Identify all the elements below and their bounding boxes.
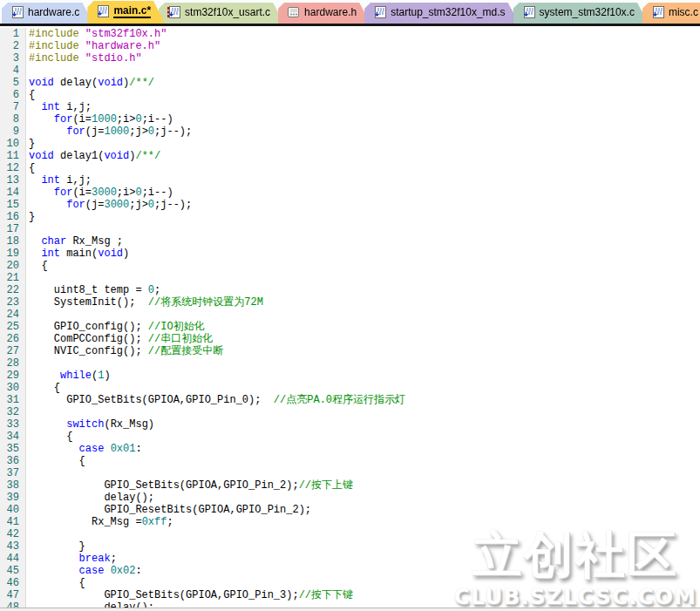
file-icon: [96, 5, 109, 17]
code-line[interactable]: 18 char Rx_Msg ;: [0, 235, 700, 248]
code-line[interactable]: 9 for(j=1000;j>0;j--);: [0, 126, 700, 138]
code-line[interactable]: 11void delay1(void)/**/: [0, 150, 700, 162]
code-line[interactable]: 2#include "hardware.h": [0, 40, 700, 52]
code-line[interactable]: 10}: [0, 138, 700, 150]
code-line-text: [26, 406, 29, 418]
code-line-text: delay();: [26, 492, 154, 504]
code-line-text: case 0x02:: [26, 565, 142, 577]
line-number: 1: [0, 28, 26, 40]
tab-label: stm32f10x_usart.c: [185, 6, 270, 18]
code-line[interactable]: 3#include "stdio.h": [0, 52, 700, 64]
code-line[interactable]: 6{: [0, 89, 700, 101]
line-number: 17: [0, 223, 26, 235]
code-line[interactable]: 44 break;: [0, 553, 700, 565]
line-number: 3: [0, 52, 26, 64]
code-line[interactable]: 48 delay();: [0, 601, 700, 608]
tab-stm32f10x-usart-c[interactable]: stm32f10x_usart.c: [159, 3, 284, 24]
code-line[interactable]: 29 while(1): [0, 370, 700, 382]
line-number: 39: [0, 492, 26, 504]
code-line[interactable]: 40 GPIO_ResetBits(GPIOA,GPIO_Pin_2);: [0, 504, 700, 516]
code-line-text: void delay(void)/**/: [26, 77, 154, 89]
line-number: 6: [0, 89, 26, 101]
code-line-text: for(j=3000;j>0;j--);: [26, 199, 192, 211]
code-line[interactable]: 8 for(i=1000;i>0;i--): [0, 113, 700, 126]
code-line[interactable]: 14 for(i=3000;i>0;i--): [0, 187, 700, 199]
line-number: 15: [0, 199, 26, 211]
code-line[interactable]: 26 ComPCConfig(); //串口初始化: [0, 333, 700, 345]
code-line[interactable]: 23 SystemInit(); //将系统时钟设置为72M: [0, 296, 700, 309]
code-line[interactable]: 19 int main(void): [0, 248, 700, 260]
code-line[interactable]: 21: [0, 272, 700, 284]
code-line[interactable]: 36 {: [0, 455, 700, 467]
tab-label: hardware.h: [304, 6, 357, 18]
code-line-text: delay();: [26, 601, 154, 608]
code-line[interactable]: 30 {: [0, 382, 700, 394]
code-line[interactable]: 45 case 0x02:: [0, 565, 700, 577]
code-line[interactable]: 22 uint8_t temp = 0;: [0, 284, 700, 296]
code-line[interactable]: 17: [0, 223, 700, 235]
tab-label: misc.c: [669, 6, 698, 18]
code-line-text: GPIO_config(); //IO初始化: [26, 321, 205, 333]
line-number: 21: [0, 272, 26, 284]
line-number: 11: [0, 150, 26, 162]
code-line[interactable]: 41 Rx_Msg =0xff;: [0, 516, 700, 528]
code-line[interactable]: 27 NVIC_config(); //配置接受中断: [0, 345, 700, 357]
horizontal-scrollbar[interactable]: [0, 608, 700, 611]
code-line[interactable]: 24: [0, 309, 700, 321]
code-line[interactable]: 42: [0, 528, 700, 540]
code-line[interactable]: 35 case 0x01:: [0, 443, 700, 455]
tab-main-c[interactable]: main.c*: [87, 1, 165, 24]
code-line-text: while(1): [26, 370, 111, 382]
code-line[interactable]: 1#include "stm32f10x.h": [0, 28, 700, 40]
tab-system-stm32f10x-c[interactable]: system_stm32f10x.c: [513, 3, 649, 24]
code-editor-area[interactable]: 1#include "stm32f10x.h"2#include "hardwa…: [0, 26, 700, 608]
code-line[interactable]: 13 int i,j;: [0, 174, 700, 187]
code-line[interactable]: 7 int i,j;: [0, 101, 700, 113]
line-number: 47: [0, 589, 26, 601]
code-line[interactable]: 38 GPIO_SetBits(GPIOA,GPIO_Pin_2);//按下上键: [0, 479, 700, 492]
code-line[interactable]: 20 {: [0, 260, 700, 272]
code-line-text: for(j=1000;j>0;j--);: [26, 126, 192, 138]
line-number: 25: [0, 321, 26, 333]
line-number: 8: [0, 113, 26, 126]
code-line[interactable]: 47 GPIO_SetBits(GPIOA,GPIO_Pin_3);//按下下键: [0, 589, 700, 601]
code-line[interactable]: 4: [0, 64, 700, 77]
code-line[interactable]: 12{: [0, 162, 700, 174]
tab-label: startup_stm32f10x_md.s: [391, 6, 505, 18]
code-line-text: }: [26, 540, 85, 553]
file-icon-modified: [167, 6, 180, 18]
code-line[interactable]: 16}: [0, 211, 700, 223]
line-number: 22: [0, 284, 26, 296]
tab-label: main.c*: [113, 4, 151, 18]
code-line[interactable]: 32: [0, 406, 700, 418]
tab-hardware-c[interactable]: hardware.c: [2, 3, 93, 24]
code-line[interactable]: 28: [0, 357, 700, 370]
code-line-text: [26, 309, 29, 321]
header-file-icon: [287, 6, 300, 18]
code-line[interactable]: 5void delay(void)/**/: [0, 77, 700, 89]
code-line[interactable]: 43 }: [0, 540, 700, 553]
code-line-text: {: [26, 382, 60, 394]
line-number: 29: [0, 370, 26, 382]
code-line[interactable]: 39 delay();: [0, 492, 700, 504]
code-line-text: [26, 272, 29, 284]
code-line[interactable]: 34 {: [0, 431, 700, 443]
code-line-text: void delay1(void)/**/: [26, 150, 160, 162]
code-line-text: SystemInit(); //将系统时钟设置为72M: [26, 296, 263, 309]
code-line-text: {: [26, 577, 85, 589]
line-number: 19: [0, 248, 26, 260]
code-line[interactable]: 15 for(j=3000;j>0;j--);: [0, 199, 700, 211]
code-line[interactable]: 46 {: [0, 577, 700, 589]
code-editor-window: hardware.cmain.c*stm32f10x_usart.chardwa…: [0, 0, 700, 611]
code-line[interactable]: 33 switch(Rx_Msg): [0, 418, 700, 431]
code-line[interactable]: 25 GPIO_config(); //IO初始化: [0, 321, 700, 333]
code-line[interactable]: 37: [0, 467, 700, 479]
tab-misc-c[interactable]: misc.c: [642, 3, 700, 24]
code-line[interactable]: 31 GPIO_SetBits(GPIOA,GPIO_Pin_0); //点亮P…: [0, 394, 700, 406]
tab-hardware-h[interactable]: hardware.h: [278, 3, 370, 24]
tab-startup-stm32f10x-md-s[interactable]: startup_stm32f10x_md.s: [364, 3, 519, 24]
line-number: 40: [0, 504, 26, 516]
line-number: 32: [0, 406, 26, 418]
file-icon: [522, 6, 535, 18]
code-line-text: {: [26, 162, 35, 174]
